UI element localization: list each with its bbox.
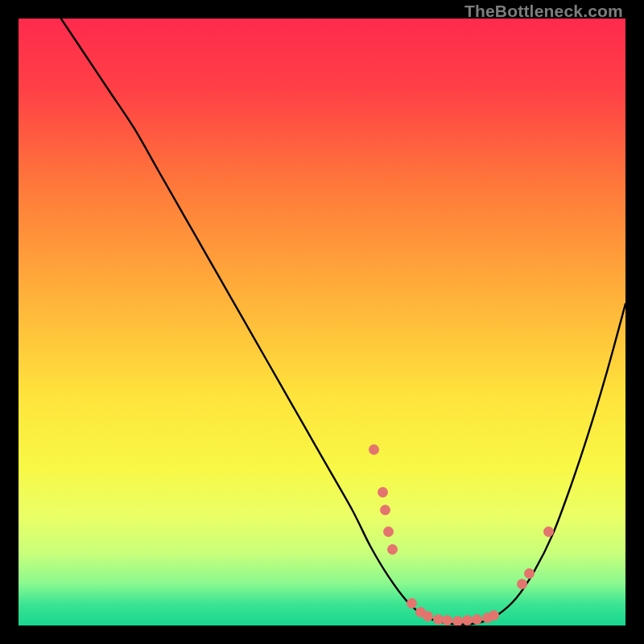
marker-dot bbox=[378, 487, 388, 497]
marker-dot bbox=[369, 444, 379, 455]
chart-plot-area bbox=[19, 19, 625, 625]
marker-dot bbox=[452, 616, 463, 625]
stage: TheBottleneck.com bbox=[0, 0, 644, 644]
marker-dot bbox=[383, 526, 394, 537]
marker-dot bbox=[524, 568, 535, 579]
marker-dot bbox=[423, 611, 433, 621]
bottleneck-curve bbox=[19, 19, 625, 625]
marker-dot bbox=[442, 615, 452, 625]
marker-dot bbox=[472, 614, 482, 625]
